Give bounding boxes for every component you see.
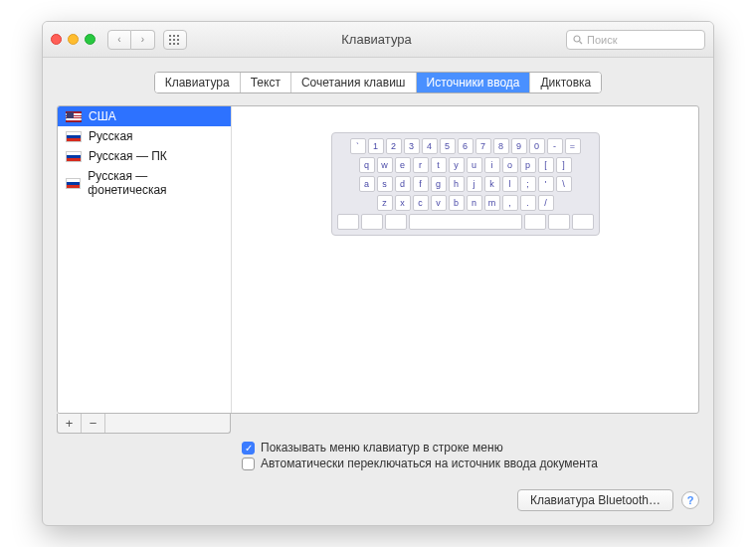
- key: ]: [556, 157, 572, 173]
- help-button[interactable]: ?: [681, 491, 699, 509]
- key: y: [449, 157, 465, 173]
- key: d: [395, 176, 411, 192]
- window-title: Клавиатура: [195, 32, 558, 47]
- key: t: [431, 157, 447, 173]
- modifier-key: [337, 214, 359, 230]
- search-input[interactable]: Поиск: [566, 30, 705, 50]
- key: \: [556, 176, 572, 192]
- tab-3[interactable]: Источники ввода: [417, 73, 531, 92]
- key: 1: [368, 138, 384, 154]
- key: s: [377, 176, 393, 192]
- flag-icon: [66, 178, 81, 189]
- key: m: [484, 195, 500, 211]
- tab-1[interactable]: Текст: [241, 73, 291, 92]
- minimize-icon[interactable]: [68, 34, 79, 45]
- source-item-1[interactable]: Русская: [58, 126, 231, 146]
- svg-rect-3: [169, 39, 171, 41]
- key: u: [467, 157, 482, 173]
- key: z: [377, 195, 393, 211]
- show-menu-label: Показывать меню клавиатур в строке меню: [261, 441, 503, 455]
- source-item-2[interactable]: Русская — ПК: [58, 146, 231, 166]
- svg-rect-7: [173, 43, 175, 45]
- svg-rect-5: [177, 39, 179, 41]
- key: r: [413, 157, 429, 173]
- list-footer: + −: [57, 414, 231, 434]
- zoom-icon[interactable]: [85, 34, 95, 45]
- key: o: [502, 157, 518, 173]
- key: 4: [422, 138, 438, 154]
- key: 8: [493, 138, 509, 154]
- key: x: [395, 195, 411, 211]
- source-list: СШАРусскаяРусская — ПКРусская — фонетиче…: [58, 106, 232, 413]
- key: 6: [458, 138, 473, 154]
- svg-point-9: [574, 36, 580, 42]
- key: 9: [511, 138, 527, 154]
- key: p: [520, 157, 536, 173]
- checkbox-icon: ✓: [242, 442, 255, 455]
- key: e: [395, 157, 411, 173]
- key: b: [449, 195, 465, 211]
- show-menu-option[interactable]: ✓ Показывать меню клавиатур в строке мен…: [242, 440, 699, 456]
- key: -: [547, 138, 563, 154]
- svg-rect-0: [169, 35, 171, 37]
- flag-icon: [66, 131, 82, 142]
- key: 5: [440, 138, 456, 154]
- source-label: Русская: [89, 129, 133, 143]
- key: g: [431, 176, 447, 192]
- close-icon[interactable]: [51, 34, 62, 45]
- nav-back-forward: ‹ ›: [107, 30, 155, 50]
- key: q: [359, 157, 375, 173]
- auto-switch-label: Автоматически переключаться на источник …: [261, 456, 598, 470]
- tab-2[interactable]: Сочетания клавиш: [291, 73, 417, 92]
- key: 0: [529, 138, 545, 154]
- key: h: [449, 176, 465, 192]
- modifier-key: [524, 214, 546, 230]
- source-label: США: [89, 109, 116, 123]
- svg-rect-4: [173, 39, 175, 41]
- forward-button[interactable]: ›: [131, 30, 155, 50]
- modifier-key: [409, 214, 522, 230]
- keyboard-preview: `1234567890-=qwertyuiop[]asdfghjkl;'\zxc…: [232, 106, 698, 413]
- key: k: [484, 176, 500, 192]
- key: ,: [502, 195, 518, 211]
- key: .: [520, 195, 536, 211]
- preferences-window: ‹ › Клавиатура Поиск КлавиатураТекстСоче…: [42, 21, 714, 526]
- tab-4[interactable]: Диктовка: [530, 73, 601, 92]
- source-item-3[interactable]: Русская — фонетическая: [58, 166, 231, 200]
- show-all-button[interactable]: [163, 30, 187, 50]
- svg-rect-8: [177, 43, 179, 45]
- key: n: [467, 195, 482, 211]
- content-pane: СШАРусскаяРусская — ПКРусская — фонетиче…: [57, 105, 699, 414]
- key: 3: [404, 138, 420, 154]
- modifier-key: [572, 214, 594, 230]
- key: j: [467, 176, 482, 192]
- bluetooth-button[interactable]: Клавиатура Bluetooth…: [517, 489, 673, 511]
- svg-line-10: [580, 41, 583, 44]
- key: ': [538, 176, 554, 192]
- add-source-button[interactable]: +: [58, 414, 82, 433]
- tab-0[interactable]: Клавиатура: [155, 73, 241, 92]
- bottom-bar: Клавиатура Bluetooth… ?: [43, 471, 713, 525]
- flag-icon: [66, 111, 82, 122]
- modifier-key: [361, 214, 383, 230]
- keyboard-layout: `1234567890-=qwertyuiop[]asdfghjkl;'\zxc…: [331, 132, 600, 236]
- key: 2: [386, 138, 402, 154]
- key: c: [413, 195, 429, 211]
- source-item-0[interactable]: США: [58, 106, 231, 126]
- svg-rect-1: [173, 35, 175, 37]
- key: l: [502, 176, 518, 192]
- auto-switch-option[interactable]: Автоматически переключаться на источник …: [242, 456, 699, 471]
- titlebar: ‹ › Клавиатура Поиск: [43, 22, 713, 58]
- options: ✓ Показывать меню клавиатур в строке мен…: [43, 434, 713, 471]
- remove-source-button[interactable]: −: [82, 414, 105, 433]
- key: v: [431, 195, 447, 211]
- key: /: [538, 195, 554, 211]
- svg-rect-6: [169, 43, 171, 45]
- modifier-key: [548, 214, 570, 230]
- back-button[interactable]: ‹: [107, 30, 131, 50]
- source-label: Русская — ПК: [89, 149, 167, 163]
- source-label: Русская — фонетическая: [88, 169, 223, 197]
- key: 7: [475, 138, 491, 154]
- key: a: [359, 176, 375, 192]
- modifier-key: [385, 214, 407, 230]
